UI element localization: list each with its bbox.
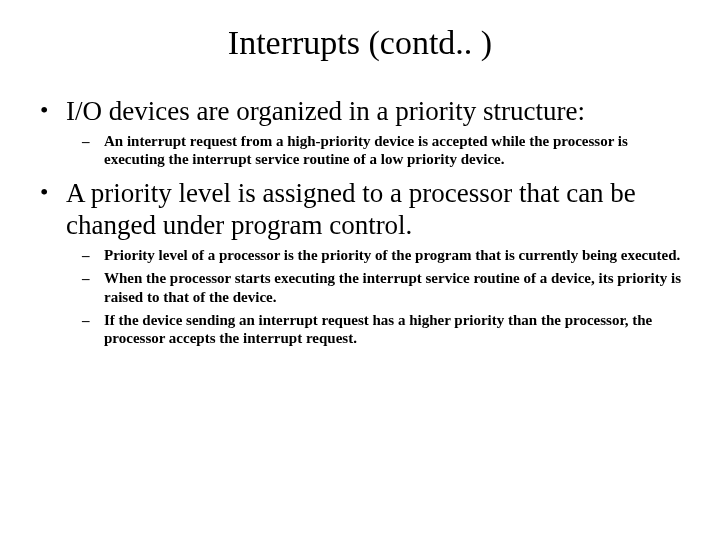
- sub-item: Priority level of a processor is the pri…: [82, 246, 682, 264]
- bullet-item: I/O devices are organized in a priority …: [38, 96, 682, 168]
- sub-item: If the device sending an interrupt reque…: [82, 311, 682, 348]
- slide: Interrupts (contd.. ) I/O devices are or…: [0, 0, 720, 540]
- bullet-text: I/O devices are organized in a priority …: [66, 96, 585, 126]
- bullet-list: I/O devices are organized in a priority …: [38, 96, 682, 348]
- slide-title: Interrupts (contd.. ): [38, 24, 682, 62]
- sub-list: An interrupt request from a high-priorit…: [66, 132, 682, 169]
- sub-item: An interrupt request from a high-priorit…: [82, 132, 682, 169]
- bullet-item: A priority level is assigned to a proces…: [38, 178, 682, 347]
- sub-item: When the processor starts executing the …: [82, 269, 682, 306]
- sub-list: Priority level of a processor is the pri…: [66, 246, 682, 347]
- bullet-text: A priority level is assigned to a proces…: [66, 178, 636, 240]
